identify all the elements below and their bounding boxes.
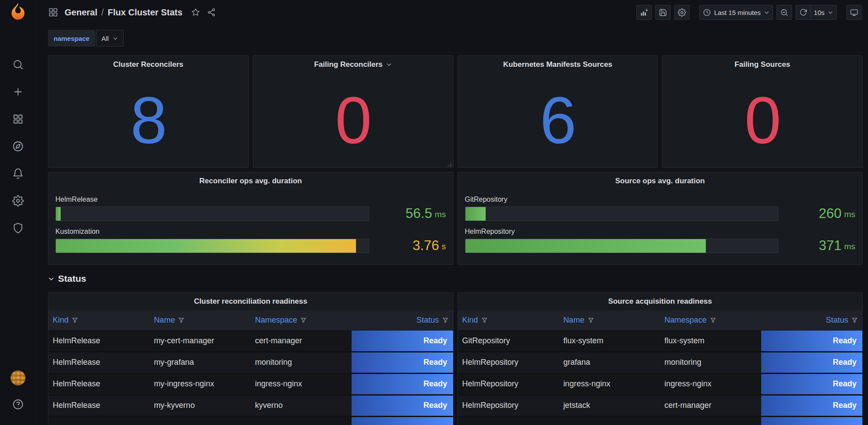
refresh-interval-dropdown[interactable]: 10s <box>810 5 837 20</box>
panel-title[interactable]: Failing Sources <box>662 56 862 73</box>
sidebar-item-help[interactable] <box>11 397 25 412</box>
panel-title-text: Failing Reconcilers <box>314 60 383 69</box>
sidebar-item-explore[interactable] <box>11 139 25 154</box>
panel-title[interactable]: Failing Reconcilers <box>253 56 453 73</box>
apps-grid-icon[interactable] <box>48 7 58 18</box>
column-header-namespace[interactable]: Namespace <box>660 310 761 330</box>
filter-funnel-icon[interactable] <box>481 317 488 323</box>
filter-funnel-icon[interactable] <box>851 317 858 323</box>
gauge-value: 56.5 ms <box>369 195 446 221</box>
refresh-button[interactable] <box>795 5 811 20</box>
gauge-track <box>55 207 369 221</box>
grafana-logo[interactable] <box>8 2 28 21</box>
share-dashboard-button[interactable] <box>207 8 216 17</box>
column-header-kind[interactable]: Kind <box>458 310 559 330</box>
sidebar-item-dashboards[interactable] <box>11 112 25 127</box>
status-badge <box>761 416 862 425</box>
column-header-name[interactable]: Name <box>559 310 660 330</box>
panel-kubernetes-manifests-sources: Kubernetes Manifests Sources 6 <box>458 55 658 168</box>
save-dashboard-button[interactable] <box>655 5 671 20</box>
chevron-down-icon <box>113 36 118 41</box>
column-header-status[interactable]: Status <box>352 310 453 330</box>
table-row: HelmRepository jetstack cert-manager Rea… <box>458 395 863 416</box>
star-dashboard-button[interactable] <box>191 8 200 17</box>
dashboard-settings-button[interactable] <box>674 5 690 20</box>
cell-kind: HelmRelease <box>48 373 149 395</box>
status-badge: Ready <box>352 373 453 395</box>
cell-name <box>149 416 251 425</box>
kiosk-mode-button[interactable] <box>846 5 862 20</box>
filter-funnel-icon[interactable] <box>588 317 594 323</box>
row-toggle-status[interactable]: Status <box>48 269 863 288</box>
gauge-value: 371 ms <box>778 227 855 253</box>
status-badge: Ready <box>352 352 453 373</box>
variable-label: namespace <box>48 30 95 47</box>
panel-title[interactable]: Cluster reconciliation readiness <box>48 293 453 310</box>
gauge-value: 260 ms <box>778 195 855 221</box>
panel-title[interactable]: Reconciler ops avg. duration <box>48 172 453 190</box>
sidebar-item-alerting[interactable] <box>11 166 25 181</box>
cell-namespace: kyverno <box>251 395 352 416</box>
gauge-row: Kustomization 3.76 s <box>55 227 446 253</box>
cell-namespace: cert-manager <box>251 330 352 352</box>
stat-value: 6 <box>458 73 658 167</box>
panel-cluster-reconcilers: Cluster Reconcilers 8 <box>48 55 249 168</box>
column-header-status[interactable]: Status <box>761 310 862 330</box>
time-range-picker[interactable]: Last 15 minutes <box>699 5 773 20</box>
gauge-value-number: 260 <box>819 206 842 221</box>
column-header-name[interactable]: Name <box>149 310 251 330</box>
gauge-value: 3.76 s <box>369 227 446 253</box>
gauge-row: HelmRepository 371 ms <box>465 227 856 253</box>
status-badge <box>352 416 453 425</box>
breadcrumb-section[interactable]: General <box>65 7 97 18</box>
dashboards-grid-icon <box>12 113 24 125</box>
panel-title[interactable]: Source acquisition readiness <box>458 293 863 310</box>
refresh-icon <box>799 8 807 17</box>
readiness-table: Kind Name Namespace Status GitRepository… <box>458 310 863 425</box>
sidebar-item-configuration[interactable] <box>11 193 25 208</box>
cell-namespace: flux-system <box>660 330 761 352</box>
table-row: HelmRelease my-kyverno kyverno Ready <box>48 395 453 416</box>
panel-title-text: Reconciler ops avg. duration <box>200 177 302 185</box>
panel-title-text: Cluster reconciliation readiness <box>194 297 307 306</box>
panel-title[interactable]: Source ops avg. duration <box>458 172 863 190</box>
plus-icon <box>12 86 24 98</box>
sidebar-nav <box>11 57 25 236</box>
gauge-row: HelmRelease 56.5 ms <box>55 195 446 221</box>
table-row-partial <box>458 416 863 425</box>
star-icon <box>191 8 200 17</box>
panel-title[interactable]: Cluster Reconcilers <box>48 56 248 73</box>
filter-funnel-icon[interactable] <box>178 317 185 323</box>
filter-funnel-icon[interactable] <box>300 317 307 323</box>
filter-funnel-icon[interactable] <box>72 317 78 323</box>
sidebar-item-server-admin[interactable] <box>11 221 25 236</box>
filter-funnel-icon[interactable] <box>710 317 716 323</box>
panel-cluster-reconciliation-readiness: Cluster reconciliation readiness Kind Na… <box>48 292 454 425</box>
gauge-row: GitRepository 260 ms <box>465 195 856 221</box>
sidebar-item-create[interactable] <box>11 84 25 99</box>
user-avatar[interactable] <box>11 371 25 385</box>
table-row: HelmRepository ingress-nginx ingress-ngi… <box>458 373 863 395</box>
panel-title-text: Source ops avg. duration <box>615 177 705 185</box>
column-header-kind[interactable]: Kind <box>48 310 149 330</box>
panel-title-text: Cluster Reconcilers <box>113 60 184 69</box>
gauge-fill <box>465 207 486 221</box>
panel-menu-chevron-icon[interactable] <box>386 62 392 68</box>
readiness-table: Kind Name Namespace Status HelmRelease m… <box>48 310 453 425</box>
zoom-out-time-button[interactable] <box>777 5 792 20</box>
status-badge: Ready <box>761 352 862 373</box>
sidebar-item-search[interactable] <box>11 57 25 72</box>
panel-title-text: Failing Sources <box>734 60 790 69</box>
column-header-namespace[interactable]: Namespace <box>251 310 352 330</box>
panel-title[interactable]: Kubernetes Manifests Sources <box>458 56 658 73</box>
cell-name: ingress-nginx <box>559 373 660 395</box>
filter-funnel-icon[interactable] <box>442 317 449 323</box>
variable-value-dropdown[interactable]: All <box>96 30 124 47</box>
time-range-label: Last 15 minutes <box>714 9 761 16</box>
cell-namespace <box>660 416 761 425</box>
cell-name: my-grafana <box>149 352 251 373</box>
add-panel-button[interactable] <box>636 5 652 20</box>
gauge-value-unit: ms <box>844 240 855 253</box>
status-badge: Ready <box>761 395 862 416</box>
gauge-value-unit: s <box>442 240 446 253</box>
